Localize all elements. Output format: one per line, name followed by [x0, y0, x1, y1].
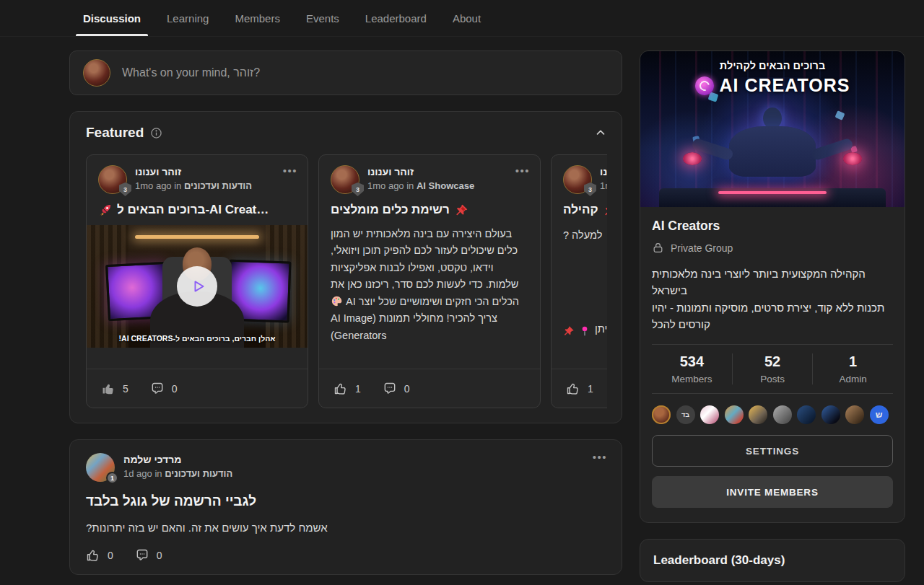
tab-members[interactable]: Members — [235, 0, 280, 36]
member-avatar[interactable] — [821, 405, 840, 424]
pushpin-emoji-icon — [455, 203, 468, 217]
member-avatars: בד ש — [652, 405, 893, 424]
member-avatar[interactable] — [845, 405, 864, 424]
featured-card-welcome[interactable]: 3 זוהר וענונו 1mo ago in הודעות ועדכונים… — [86, 154, 308, 408]
like-button[interactable]: 1 — [566, 382, 593, 396]
stat-members[interactable]: 534 Members — [652, 353, 732, 384]
group-name: AI Creators — [652, 219, 893, 234]
like-count: 0 — [108, 550, 113, 561]
post-author[interactable]: זוהר וענונו — [135, 165, 252, 178]
post-title[interactable]: רשימת כלים מומלצים — [319, 194, 540, 217]
post-author[interactable]: מרדכי שלמה — [123, 453, 232, 466]
tab-about[interactable]: About — [453, 0, 481, 36]
comment-count: 0 — [404, 383, 410, 395]
member-avatar[interactable]: בד — [676, 405, 695, 424]
community-page: Discussion Learning Members Events Leade… — [0, 0, 924, 585]
feed-post[interactable]: 1 מרדכי שלמה 1d ago in הודעות ועדכונים •… — [69, 439, 622, 575]
featured-title: Featured — [86, 125, 144, 141]
member-avatar[interactable] — [797, 405, 816, 424]
comment-icon — [150, 382, 165, 396]
featured-card-rules[interactable]: 3 וענונו 1mo קהילה ? למעלה — [551, 154, 607, 408]
post-meta: 1mo ago in הודעות ועדכונים — [135, 180, 252, 191]
main-column: What's on your mind, זוהר? Featured — [69, 50, 622, 575]
pushpin-emoji-icon — [603, 203, 607, 217]
comment-button[interactable]: 0 — [135, 548, 162, 563]
group-banner-image: ברוכים הבאים לקהילת AI CREATORS — [640, 51, 905, 207]
sidebar: ברוכים הבאים לקהילת AI CREATORS AI Creat… — [640, 50, 905, 582]
featured-card-tools[interactable]: 3 זוהר וענונו 1mo ago in AI Showcase •••… — [318, 154, 541, 408]
comment-button[interactable]: 0 — [150, 382, 178, 396]
settings-button[interactable]: SETTINGS — [652, 435, 893, 467]
post-body: ? למעלה היכנס ל עמוד התכנים שיש קבל תשוב… — [552, 217, 607, 358]
tab-discussion[interactable]: Discussion — [83, 0, 141, 36]
tab-leaderboard[interactable]: Leaderboard — [365, 0, 427, 36]
featured-section: Featured 3 זוהר וענונו — [69, 111, 622, 423]
play-button[interactable] — [177, 266, 217, 307]
group-description: הקהילה המקצועית ביותר ליוצרי בינה מלאכות… — [652, 265, 893, 333]
post-menu-icon[interactable]: ••• — [283, 165, 297, 176]
comment-count: 0 — [157, 550, 162, 561]
like-button[interactable]: 0 — [86, 548, 113, 563]
group-privacy: Private Group — [652, 242, 893, 254]
thumbs-up-icon — [101, 382, 116, 396]
member-avatar[interactable] — [749, 405, 767, 424]
palette-emoji-icon — [331, 295, 343, 307]
top-navigation: Discussion Learning Members Events Leade… — [0, 0, 924, 37]
info-icon[interactable] — [150, 127, 162, 139]
lock-icon — [652, 242, 664, 254]
space-link[interactable]: הודעות ועדכונים — [165, 468, 232, 479]
post-menu-icon[interactable]: ••• — [593, 452, 607, 462]
stat-posts[interactable]: 52 Posts — [732, 353, 813, 384]
post-body: בעולם היצירה עם בינה מלאכותית יש המון כל… — [319, 217, 540, 344]
like-count: 5 — [123, 383, 128, 395]
post-author[interactable]: זוהר וענונו — [367, 165, 474, 178]
tab-events[interactable]: Events — [306, 0, 339, 36]
pushpin-emoji-icon — [563, 324, 575, 335]
video-caption: אהלן חברים, ברוכים הבאים ל-AI CREATORS! — [87, 334, 308, 343]
round-pin-emoji-icon — [579, 324, 590, 335]
post-title[interactable]: ברוכים הבאים ל-AI Creat… — [87, 194, 308, 217]
comment-icon — [383, 382, 397, 396]
post-body: אשמח לדעת איך עושים את זה. והאם יש בזה י… — [86, 522, 606, 534]
thumbs-up-icon — [334, 382, 348, 396]
member-avatar[interactable] — [725, 405, 744, 424]
comment-button[interactable]: 0 — [383, 382, 410, 396]
brain-logo-icon — [695, 76, 714, 95]
post-menu-icon[interactable]: ••• — [515, 165, 530, 176]
post-title[interactable]: קהילה — [552, 194, 607, 217]
post-composer[interactable]: What's on your mind, זוהר? — [69, 50, 622, 95]
post-title[interactable]: לגביי הרשמה של גוגל בלבד — [86, 493, 606, 509]
member-avatar[interactable] — [652, 405, 671, 424]
tab-learning[interactable]: Learning — [167, 0, 209, 36]
composer-prompt: What's on your mind, זוהר? — [122, 66, 260, 79]
post-meta: 1mo — [600, 180, 607, 191]
post-meta: 1d ago in הודעות ועדכונים — [123, 468, 232, 479]
leaderboard-title: Leaderboard (30-days) — [653, 553, 892, 568]
banner-brand: AI CREATORS — [640, 75, 905, 96]
thumbs-up-icon — [566, 382, 580, 396]
like-button[interactable]: 1 — [334, 382, 361, 396]
group-stats: 534 Members 52 Posts 1 Admin — [652, 344, 893, 394]
like-count: 1 — [588, 383, 593, 395]
leaderboard-card: Leaderboard (30-days) — [640, 539, 905, 582]
comment-count: 0 — [172, 383, 178, 395]
check-emoji-icon — [606, 229, 607, 241]
space-link[interactable]: הודעות ועדכונים — [184, 180, 252, 191]
member-avatar[interactable]: ש — [870, 405, 889, 424]
featured-carousel[interactable]: 3 זוהר וענונו 1mo ago in הודעות ועדכונים… — [86, 154, 607, 408]
comment-icon — [135, 548, 149, 563]
banner-welcome-text: ברוכים הבאים לקהילת — [640, 60, 905, 71]
stat-admin[interactable]: 1 Admin — [812, 353, 893, 384]
chevron-up-icon[interactable] — [594, 126, 607, 139]
space-link[interactable]: AI Showcase — [417, 180, 474, 191]
group-info-card: ברוכים הבאים לקהילת AI CREATORS AI Creat… — [640, 50, 905, 523]
rocket-emoji-icon — [98, 203, 112, 217]
member-avatar[interactable] — [700, 405, 719, 424]
invite-members-button[interactable]: INVITE MEMBERS — [652, 476, 893, 508]
level-badge: 1 — [106, 472, 118, 484]
like-button[interactable]: 5 — [101, 382, 128, 396]
video-thumbnail[interactable]: אהלן חברים, ברוכים הבאים ל-AI CREATORS! — [87, 225, 308, 348]
member-avatar[interactable] — [773, 405, 792, 424]
like-count: 1 — [355, 383, 361, 395]
post-author[interactable]: וענונו — [600, 165, 607, 178]
